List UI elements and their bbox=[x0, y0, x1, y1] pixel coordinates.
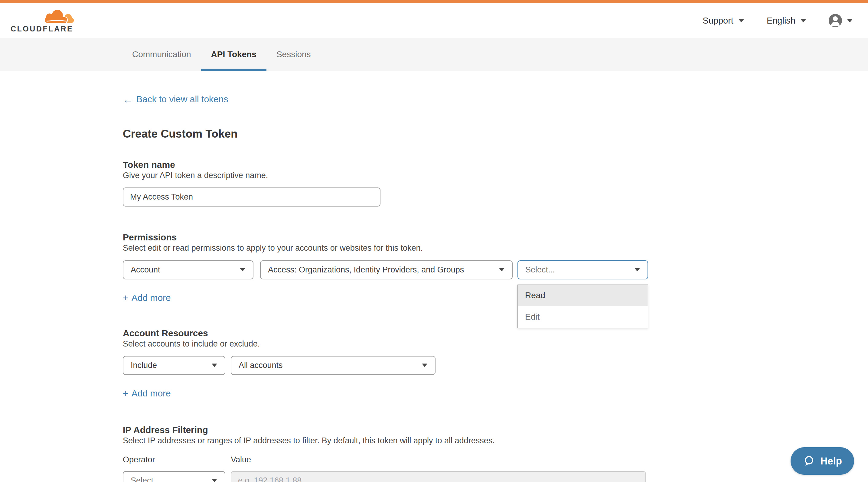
chevron-down-icon bbox=[499, 268, 504, 271]
chevron-down-icon bbox=[212, 479, 217, 482]
permission-scope-select[interactable]: Account bbox=[123, 260, 253, 280]
ip-filtering-heading: IP Address Filtering bbox=[123, 424, 868, 436]
brand-top-bar bbox=[0, 0, 868, 3]
permission-resource-value: Access: Organizations, Identity Provider… bbox=[268, 265, 464, 275]
token-name-section: Token name Give your API token a descrip… bbox=[123, 159, 868, 206]
operator-label: Operator bbox=[123, 455, 231, 464]
chevron-down-icon bbox=[422, 364, 427, 367]
token-name-heading: Token name bbox=[123, 159, 868, 170]
ip-filtering-description: Select IP addresses or ranges of IP addr… bbox=[123, 436, 868, 446]
back-link-label: Back to view all tokens bbox=[136, 94, 228, 104]
plus-icon: + bbox=[123, 293, 128, 303]
menu-option-edit[interactable]: Edit bbox=[518, 306, 648, 328]
chevron-down-icon bbox=[240, 268, 245, 271]
back-arrow-icon: ← bbox=[123, 94, 133, 104]
cloudflare-cloud-icon bbox=[43, 9, 75, 25]
chevron-down-icon bbox=[738, 19, 744, 22]
ip-value-input[interactable] bbox=[231, 471, 646, 482]
account-resources-section: Account Resources Select accounts to inc… bbox=[123, 328, 868, 398]
value-label: Value bbox=[231, 455, 251, 464]
account-menu[interactable] bbox=[829, 14, 853, 27]
tab-sessions[interactable]: Sessions bbox=[267, 38, 321, 71]
chevron-down-icon bbox=[847, 19, 853, 22]
support-dropdown[interactable]: Support bbox=[703, 16, 744, 26]
resource-accounts-value: All accounts bbox=[239, 361, 283, 370]
ip-operator-select[interactable]: Select... bbox=[123, 471, 225, 482]
token-name-input[interactable] bbox=[123, 188, 380, 206]
permission-level-menu: Read Edit bbox=[518, 285, 648, 328]
help-button[interactable]: Help bbox=[790, 447, 854, 475]
page-title: Create Custom Token bbox=[123, 127, 868, 140]
support-label: Support bbox=[703, 16, 734, 26]
permission-resource-select[interactable]: Access: Organizations, Identity Provider… bbox=[260, 260, 513, 280]
permission-level-placeholder: Select... bbox=[525, 265, 555, 275]
tab-bar: Communication API Tokens Sessions bbox=[0, 38, 868, 71]
permission-level-select[interactable]: Select... Read Edit bbox=[518, 260, 648, 280]
cloudflare-wordmark: CLOUDFLARE bbox=[10, 25, 75, 33]
chevron-down-icon bbox=[212, 364, 217, 367]
resources-add-more-link[interactable]: + Add more bbox=[123, 388, 171, 398]
add-more-label: Add more bbox=[131, 293, 171, 303]
permissions-section: Permissions Select edit or read permissi… bbox=[123, 232, 868, 303]
menu-option-read[interactable]: Read bbox=[518, 285, 648, 306]
language-label: English bbox=[767, 16, 796, 26]
add-more-label: Add more bbox=[131, 388, 171, 398]
permissions-add-more-link[interactable]: + Add more bbox=[123, 293, 171, 303]
tab-api-tokens[interactable]: API Tokens bbox=[201, 38, 267, 71]
permissions-description: Select edit or read permissions to apply… bbox=[123, 243, 868, 253]
tab-communication[interactable]: Communication bbox=[122, 38, 201, 71]
cloudflare-logo[interactable]: CLOUDFLARE bbox=[10, 9, 75, 33]
resource-mode-select[interactable]: Include bbox=[123, 356, 225, 375]
plus-icon: + bbox=[123, 389, 128, 398]
main-content: ← Back to view all tokens Create Custom … bbox=[0, 71, 868, 482]
ip-operator-placeholder: Select... bbox=[131, 476, 160, 482]
resource-mode-value: Include bbox=[131, 361, 157, 370]
language-dropdown[interactable]: English bbox=[767, 16, 806, 26]
permission-scope-value: Account bbox=[131, 265, 160, 275]
help-button-label: Help bbox=[820, 455, 842, 467]
back-to-tokens-link[interactable]: ← Back to view all tokens bbox=[123, 94, 228, 104]
header: CLOUDFLARE Support English bbox=[0, 3, 868, 38]
chevron-down-icon bbox=[800, 19, 806, 22]
chevron-down-icon bbox=[634, 268, 640, 271]
account-resources-description: Select accounts to include or exclude. bbox=[123, 339, 868, 349]
chat-bubble-icon bbox=[803, 455, 815, 467]
account-resources-heading: Account Resources bbox=[123, 328, 868, 339]
resource-accounts-select[interactable]: All accounts bbox=[231, 356, 435, 375]
token-name-description: Give your API token a descriptive name. bbox=[123, 170, 868, 181]
ip-filtering-section: IP Address Filtering Select IP addresses… bbox=[123, 424, 868, 482]
permissions-heading: Permissions bbox=[123, 232, 868, 243]
user-avatar-icon bbox=[829, 14, 842, 27]
